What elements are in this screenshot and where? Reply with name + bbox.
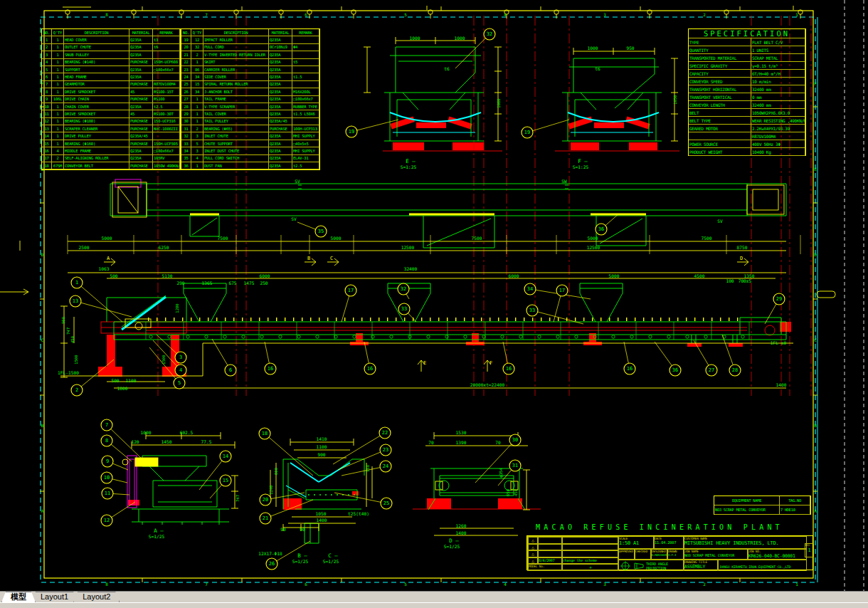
parts-cell: MHI SUPPLY	[292, 147, 319, 154]
parts-cell: V-TYPE SCRAPER	[203, 103, 269, 110]
plant-title: MACAO REFUSE INCINERATION PLANT	[536, 523, 813, 531]
parts-cell: 2	[191, 125, 203, 132]
part-balloon: 8	[101, 435, 112, 446]
part-balloon: 26	[266, 558, 277, 570]
equipment-value-cell: NO3 SCRAP METAL CONVEYOR	[714, 505, 780, 515]
parts-cell: 16	[42, 147, 52, 154]
part-balloon: 6	[225, 365, 236, 376]
dimension-text: 747	[235, 495, 240, 502]
plan-view	[110, 184, 786, 248]
dimension-text: 8	[105, 12, 108, 17]
model-space-canvas[interactable]: 3219193536113234561616161617173233343336…	[0, 0, 868, 591]
dimension-text: 950	[366, 465, 370, 472]
part-balloon: 16	[364, 363, 376, 374]
parts-cell: t2.5	[153, 103, 180, 110]
dimension-text: 6000	[260, 273, 270, 278]
parts-cell: 2	[52, 155, 64, 162]
parts-cell: Φ4	[292, 44, 319, 51]
parts-cell: CARRIER ROLLER	[203, 66, 269, 73]
part-balloon: 23	[380, 444, 391, 456]
parts-cell: 1	[52, 59, 64, 66]
parts-cell: 32	[181, 132, 191, 140]
parts-cell: 7	[42, 81, 52, 88]
parts-cell: Q235A	[269, 155, 292, 162]
parts-cell: 1	[52, 81, 64, 88]
parts-cell: BEARING (Φ180)	[64, 118, 129, 125]
dimension-text: 3	[603, 582, 606, 587]
dimension-text: 6	[305, 12, 307, 17]
customer-cell: CUSTOMER NAME MITSUBISHI HEAVY INDUSTRIE…	[684, 536, 807, 549]
parts-cell: Q235A	[129, 73, 153, 80]
parts-cell: t1.5 L50X6	[292, 110, 319, 117]
parts-cell: Q235A	[269, 110, 292, 117]
parts-cell: RS100-30T	[153, 110, 180, 117]
part-balloon: 32	[398, 283, 409, 295]
rev-triangle-icon: △	[529, 545, 537, 550]
parts-cell: Q235A	[129, 147, 153, 154]
parts-cell: 2	[42, 44, 52, 51]
parts-cell: t6	[153, 44, 180, 51]
parts-header-cell: Q'TY	[52, 29, 64, 36]
parts-cell: 18	[42, 162, 52, 169]
spec-label-cell: CONVEYOR SPEED	[689, 78, 751, 85]
third-angle-symbol-icon	[620, 561, 645, 571]
part-balloon: 5	[174, 377, 185, 389]
parts-cell: 3	[191, 147, 203, 154]
dimension-text: 16	[627, 366, 633, 372]
scale-cell: SCALE 1:50 A1	[618, 536, 654, 549]
tab-model[interactable]: 模型	[1, 592, 36, 602]
parts-cell: Q235A	[269, 132, 292, 140]
parts-cell: SNUB PULLEY	[64, 51, 129, 58]
parts-cell: IMPACT ROLLER	[203, 36, 269, 43]
tab-layout1[interactable]: Layout1	[31, 592, 78, 602]
spec-value-cell: γ=0.15 t/m³	[751, 62, 805, 70]
parts-cell: Q235A	[269, 96, 292, 103]
parts-cell: Q235A	[269, 36, 292, 43]
horizontal-scrollbar[interactable]	[0, 602, 868, 608]
dimension-text: 1500	[74, 355, 78, 364]
dimension-text: 2	[703, 12, 706, 17]
part-balloon: 24	[380, 461, 391, 472]
parts-cell: Q235A	[269, 59, 292, 66]
dimension-text: 450	[514, 489, 518, 496]
parts-cell: MHI SUPPLY	[292, 132, 319, 140]
dimension-text: 36	[672, 367, 678, 373]
dimension-text: t25(t40)	[348, 511, 369, 516]
parts-cell: 1	[52, 140, 64, 147]
rev-triangle-icon: △	[529, 558, 537, 564]
parts-cell	[292, 36, 319, 43]
parts-cell: Q235A	[269, 51, 292, 58]
dimension-text: B	[41, 423, 44, 428]
parts-header-cell: Q'TY	[191, 29, 203, 36]
part-balloon: 15	[220, 475, 231, 486]
part-balloon: 9	[102, 456, 113, 467]
rev-triangle-icon: △	[529, 551, 537, 557]
dimension-text: 1	[795, 582, 798, 587]
dimension-text: 32400	[404, 266, 418, 271]
parts-cell: □180x66x7	[153, 147, 180, 154]
parts-cell: 8	[42, 88, 52, 95]
dimension-text: 6250	[159, 245, 169, 250]
dimension-text: 1FL-1500	[58, 370, 79, 375]
dimension-text: 12	[104, 518, 110, 523]
parts-cell: □40x5x5	[292, 140, 319, 147]
dimension-text: 650	[506, 489, 510, 496]
equipment-table: EQUIPMENT NAMETAG.NONO3 SCRAP METAL CONV…	[714, 496, 811, 515]
dimension-text: 33	[401, 306, 407, 312]
scraper-cleaner	[122, 297, 166, 330]
dimension-text: 8	[105, 438, 108, 444]
job-name-cell: JOB NAME NO3 SCRAP METAL CONVEYOR	[684, 549, 748, 560]
parts-cell: 20	[181, 44, 191, 51]
rev-footer-label: MODEL No.	[529, 565, 561, 568]
dimension-text: 1100	[317, 444, 327, 449]
part-balloon: 21	[260, 513, 271, 524]
equipment-header-cell: TAG.NO	[780, 496, 810, 505]
parts-cell: 150-UCP316	[153, 118, 180, 125]
part-balloon: 33	[526, 305, 538, 316]
parts-cell	[153, 73, 180, 80]
parts-cell: PURCHASE	[129, 140, 153, 147]
dimension-text: S=1/25	[444, 544, 460, 549]
tab-layout2[interactable]: Layout2	[73, 592, 120, 602]
dimension-text: D	[740, 256, 743, 261]
part-balloon: 16	[265, 363, 276, 374]
